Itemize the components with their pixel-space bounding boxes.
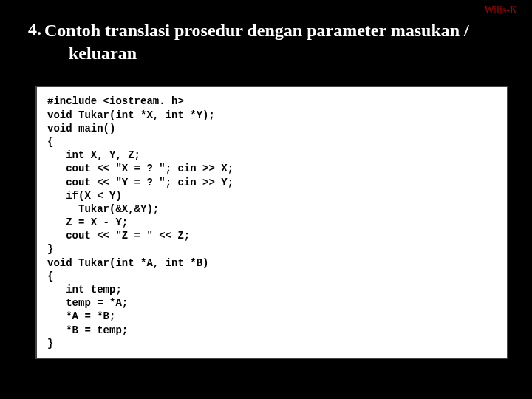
code-block: #include <iostream. h> void Tukar(int *X… bbox=[35, 86, 508, 359]
slide: Wilis-K 4. Contoh translasi prosedur den… bbox=[0, 0, 532, 399]
credit-label: Wilis-K bbox=[484, 4, 517, 16]
page-title: 4. Contoh translasi prosedur dengan para… bbox=[22, 7, 510, 65]
heading-line2: keluaran bbox=[28, 42, 510, 65]
heading-number: 4. bbox=[28, 19, 41, 38]
heading-line1: Contoh translasi prosedur dengan paramet… bbox=[44, 21, 469, 40]
